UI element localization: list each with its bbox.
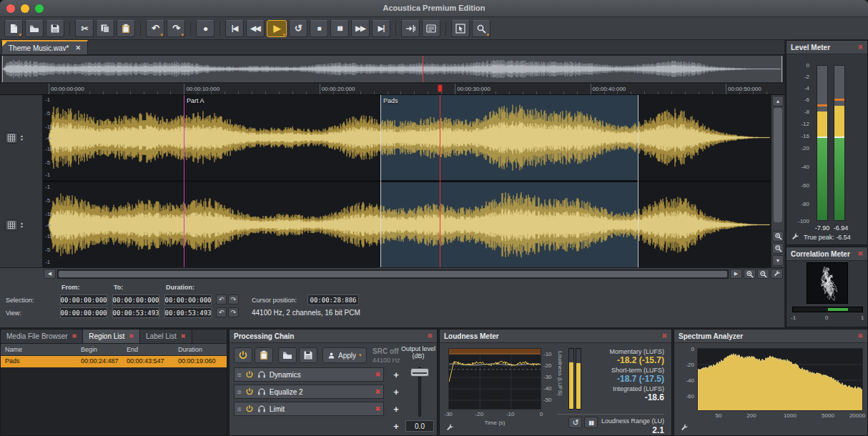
redo-button[interactable]: ↷▾ bbox=[167, 20, 185, 37]
channel-resize-handle[interactable]: ▲▼ bbox=[20, 222, 24, 229]
drag-handle-icon[interactable]: ≡ bbox=[237, 371, 242, 379]
power-icon[interactable] bbox=[245, 404, 254, 414]
waveform-settings-button[interactable] bbox=[771, 269, 783, 279]
remove-icon[interactable]: ✖ bbox=[375, 405, 380, 412]
chain-item-dynamics[interactable]: ≡Dynamics✖ bbox=[234, 367, 384, 382]
close-icon[interactable]: ✖ bbox=[427, 332, 433, 340]
paste-button[interactable] bbox=[117, 20, 135, 37]
browser-tab-label-list[interactable]: Label List✖ bbox=[140, 330, 192, 343]
region-list-body[interactable] bbox=[1, 367, 227, 435]
save-button[interactable] bbox=[46, 20, 64, 37]
power-icon[interactable] bbox=[245, 387, 254, 397]
pause-meter-button[interactable]: ▮▮ bbox=[584, 417, 598, 428]
scroll-down-button[interactable]: ▼ bbox=[772, 255, 784, 266]
selection-to-field[interactable]: 00:00:00:000 bbox=[112, 294, 159, 305]
vertical-zoom-in-button[interactable] bbox=[772, 231, 784, 242]
dropdown-icon[interactable]: ▾ bbox=[486, 32, 489, 37]
column-header[interactable]: Begin bbox=[81, 346, 97, 353]
dropdown-icon[interactable]: ▾ bbox=[359, 352, 362, 358]
fast-forward-button[interactable]: ▶▶ bbox=[351, 20, 370, 37]
view-end-edge[interactable] bbox=[781, 56, 782, 82]
vertical-zoom-out-button[interactable] bbox=[772, 243, 784, 254]
close-icon[interactable]: ✖ bbox=[857, 250, 863, 257]
redo-selection-button[interactable]: ↷ bbox=[228, 294, 239, 304]
chain-save-button[interactable] bbox=[299, 347, 317, 363]
timeline-ruler[interactable]: 00:00:00:00000:00:10:00000:00:20:00000:0… bbox=[0, 84, 784, 95]
wrench-icon[interactable] bbox=[680, 424, 689, 432]
copy-button[interactable] bbox=[96, 20, 114, 37]
vertical-scroll-thumb[interactable] bbox=[774, 108, 782, 222]
scroll-right-button[interactable]: ▶ bbox=[730, 269, 742, 279]
apply-button[interactable]: Apply ▾ bbox=[322, 347, 367, 363]
wrench-icon[interactable] bbox=[791, 233, 799, 242]
dropdown-icon[interactable]: ▾ bbox=[181, 32, 184, 37]
cut-button[interactable]: ✂ bbox=[75, 20, 94, 37]
region-row-selected[interactable]: Pads00:00:24:48700:00:43:54700:00:19:060 bbox=[1, 356, 227, 367]
pause-button[interactable]: ▮▮ bbox=[330, 20, 349, 37]
chain-item-limit[interactable]: ≡Limit✖ bbox=[234, 402, 384, 416]
zoom-in-button[interactable] bbox=[744, 269, 756, 279]
waveform-display[interactable]: Part A Pads -1-5-11-∞-11-5-1-1-5-11-∞-11… bbox=[43, 95, 771, 267]
drag-handle-icon[interactable]: ≡ bbox=[237, 405, 242, 413]
cursor-position-field[interactable]: 00:00:28:886 bbox=[307, 294, 359, 305]
chain-open-button[interactable] bbox=[278, 347, 297, 363]
zoom-out-button[interactable] bbox=[757, 269, 769, 279]
chain-copy-button[interactable] bbox=[255, 347, 273, 363]
view-duration-field[interactable]: 00:00:53:493 bbox=[164, 307, 212, 318]
goto-start-button[interactable]: |◀ bbox=[225, 20, 244, 37]
view-from-field[interactable]: 00:00:00:000 bbox=[60, 307, 107, 318]
close-icon[interactable]: ✖ bbox=[129, 333, 134, 340]
marker-line[interactable] bbox=[184, 95, 184, 267]
output-level-value[interactable]: 0.0 bbox=[405, 420, 434, 432]
vertical-scrollbar[interactable]: ▲ ▼ bbox=[771, 95, 784, 267]
record-button[interactable]: ● bbox=[196, 20, 214, 37]
selection-duration-field[interactable]: 00:00:00:000 bbox=[164, 294, 212, 305]
drag-handle-icon[interactable]: ≡ bbox=[237, 388, 242, 396]
power-icon[interactable] bbox=[245, 370, 254, 380]
selection-start-edge[interactable] bbox=[380, 95, 381, 267]
dropdown-icon[interactable]: ▾ bbox=[160, 32, 163, 37]
overview-waveform[interactable] bbox=[1, 55, 784, 83]
headphones-icon[interactable] bbox=[257, 387, 266, 397]
close-icon[interactable]: ✖ bbox=[857, 332, 863, 340]
column-header[interactable]: Duration bbox=[178, 346, 202, 353]
play-button[interactable]: ▶▾ bbox=[267, 20, 287, 37]
close-icon[interactable]: ✖ bbox=[181, 333, 186, 340]
open-file-button[interactable] bbox=[25, 20, 44, 37]
add-effect-button[interactable]: + bbox=[390, 368, 403, 381]
column-header[interactable]: Name bbox=[5, 346, 22, 353]
loop-button[interactable]: ↺ bbox=[289, 20, 307, 37]
rewind-button[interactable]: ◀◀ bbox=[246, 20, 265, 37]
follow-playback-button[interactable] bbox=[401, 20, 420, 37]
headphones-icon[interactable] bbox=[257, 370, 266, 380]
file-tab[interactable]: Theme Music.wav* ✕ bbox=[1, 40, 88, 55]
chain-power-button[interactable] bbox=[234, 347, 252, 363]
channel-options-button[interactable] bbox=[5, 219, 18, 231]
horizontal-scrollbar[interactable] bbox=[57, 269, 729, 279]
close-icon[interactable]: ✕ bbox=[75, 44, 81, 51]
channel-options-button[interactable] bbox=[5, 132, 18, 144]
undo-button[interactable]: ↶▾ bbox=[146, 20, 164, 37]
browser-tab-media-file-browser[interactable]: Media File Browser✖ bbox=[1, 330, 83, 343]
goto-end-button[interactable]: ▶| bbox=[372, 20, 390, 37]
remove-icon[interactable]: ✖ bbox=[375, 388, 380, 395]
stop-button[interactable]: ■ bbox=[310, 20, 328, 37]
add-effect-button[interactable]: + bbox=[390, 402, 403, 415]
selection-end-edge[interactable] bbox=[638, 95, 638, 267]
reset-meter-button[interactable]: ↺ bbox=[568, 417, 582, 428]
redo-view-button[interactable]: ↷ bbox=[228, 307, 239, 317]
channel-resize-handle[interactable]: ▲▼ bbox=[20, 134, 24, 142]
chain-item-equalize-2[interactable]: ≡Equalize 2✖ bbox=[234, 385, 384, 399]
view-to-field[interactable]: 00:00:53:493 bbox=[112, 307, 159, 318]
dropdown-icon[interactable]: ▾ bbox=[282, 32, 285, 37]
view-start-edge[interactable] bbox=[2, 56, 3, 82]
restore-view-button[interactable]: ↶ bbox=[216, 307, 227, 317]
wrench-icon[interactable] bbox=[445, 424, 454, 432]
selection-tool-button[interactable] bbox=[451, 20, 470, 37]
output-fader-thumb[interactable] bbox=[410, 368, 429, 377]
restore-selection-button[interactable]: ↶ bbox=[216, 294, 227, 304]
column-header[interactable]: End bbox=[127, 346, 138, 353]
close-icon[interactable]: ✖ bbox=[72, 333, 77, 340]
dropdown-icon[interactable]: ▾ bbox=[19, 32, 21, 37]
remove-icon[interactable]: ✖ bbox=[375, 371, 380, 378]
